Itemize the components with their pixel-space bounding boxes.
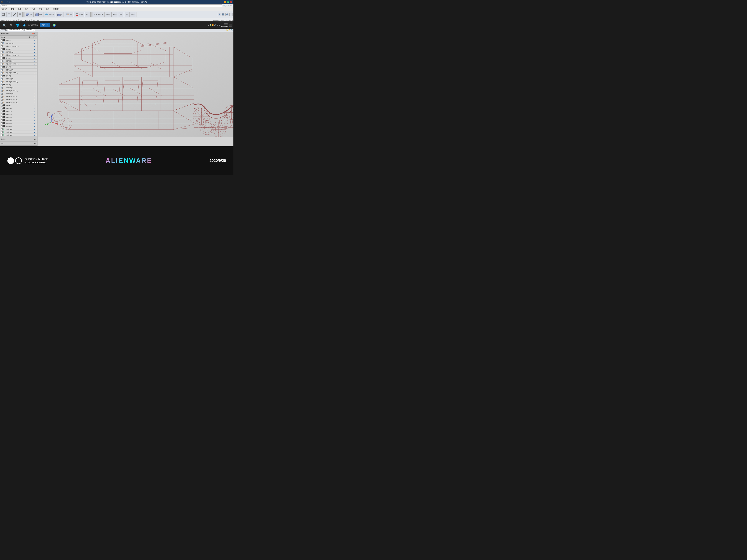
svg-line-24	[230, 14, 232, 15]
list-item[interactable]: ✏草图 (97) *SKETCH_...✓	[0, 98, 37, 101]
list-item[interactable]: ✏草图 (82) *SKETCH_...✓	[0, 54, 37, 57]
list-item[interactable]: ⬡基准平面 (81)✓	[0, 51, 37, 54]
mi-logo	[7, 157, 22, 164]
clock-date: 2020/9/20	[221, 25, 228, 27]
menu-view[interactable]: 视图	[31, 7, 36, 11]
filter-icon-1[interactable]: 📐	[226, 29, 228, 31]
col-header-vis: 显	[27, 36, 31, 38]
tb-icon-1[interactable]	[218, 13, 221, 16]
panel-title: 部件导航器	[1, 33, 8, 35]
list-item[interactable]: ✏草图 (79) *SKETCH_...✓	[0, 45, 37, 48]
list-item[interactable]: ✏草图 (85) *SKETCH_...✓	[0, 62, 37, 65]
svg-line-1	[2, 14, 4, 16]
tb-btn-hole[interactable]: 孔	[56, 12, 64, 17]
taskbar-apps-icon[interactable]: 💠	[22, 23, 27, 28]
tb-btn-merge[interactable]: + 合并	[64, 12, 73, 17]
panel-close-icon[interactable]: ✕	[34, 33, 35, 35]
taskbar-view-icon[interactable]: ⊞	[8, 23, 14, 28]
list-item[interactable]: ◈倒斜角 (108)✓	[0, 131, 37, 134]
show-desktop-btn[interactable]	[229, 24, 232, 27]
tb-icon-2[interactable]	[222, 13, 225, 16]
list-item[interactable]: ⬛拉伸 (103)✓	[0, 116, 37, 119]
list-item[interactable]: ⬛拉伸 (104)✓	[0, 119, 37, 122]
list-item[interactable]: ⬛拉伸 (92)✓	[0, 83, 37, 86]
taskbar-browser-icon[interactable]: 🌐	[15, 23, 20, 28]
list-item[interactable]: ⬛拉伸 (100)✓	[0, 107, 37, 110]
list-item[interactable]: ⬡基准平面 (78)✓	[0, 42, 37, 45]
tb-btn-fish[interactable]: 偏置区域	[92, 12, 104, 17]
tb-icon-4[interactable]	[229, 13, 233, 16]
taskbar-globe-icon[interactable]: 🌍	[52, 23, 57, 28]
tb-btn-circle[interactable]	[18, 12, 23, 17]
tb-btn-more2[interactable]: 更多	[118, 12, 123, 17]
list-item[interactable]: ⬛拉伸 (102)✓	[0, 113, 37, 116]
toolbar-group-offset: 偏置区域 替换面 移动面 更多	[92, 12, 124, 17]
tb-btn-delete-face[interactable]: 删除面	[129, 12, 136, 17]
list-item[interactable]: ◈倒斜角 (109)✓	[0, 134, 37, 137]
tb-btn-move-face[interactable]: 移动面	[111, 12, 118, 17]
list-item[interactable]: ⬛拉伸 (80)✓	[0, 48, 37, 51]
list-item[interactable]: ✏草图 (94) *SKETCH_...✓	[0, 89, 37, 92]
toolbar-group-feature: 拉伸 倒角 基准平面 孔 + 合并 边倒圆 更多	[24, 12, 92, 17]
panel-section-dependency[interactable]: 相依性 ▶	[0, 137, 37, 141]
list-item[interactable]: ⬛拉伸 (86)✓	[0, 65, 37, 69]
list-item[interactable]: ⬡基准平面 (93)✓	[0, 86, 37, 89]
list-item[interactable]: ⬡基准平面 (90)✓	[0, 77, 37, 80]
list-item[interactable]: ⬛拉伸 (77)✓	[0, 39, 37, 42]
panel-section-detail[interactable]: 细节 ▶	[0, 141, 37, 145]
taskbar-active-app[interactable]: 全差一下	[40, 23, 50, 27]
list-item[interactable]: ✏草图 (91) *SKETCH_...✓	[0, 80, 37, 83]
menu-render[interactable]: 渲染	[38, 7, 43, 11]
tb-btn-fillet[interactable]: 边倒圆	[74, 12, 84, 17]
menu-curve[interactable]: 曲线	[17, 7, 22, 11]
clock: 13:35 2020/9/20	[221, 23, 228, 27]
list-item[interactable]: ✏草图 (96) *SKETCH_...✓	[0, 95, 37, 98]
tb-btn-line[interactable]	[12, 12, 17, 17]
svg-point-15	[58, 14, 60, 15]
list-item[interactable]: ✏草图 (88) *SKETCH_...✓	[0, 72, 37, 75]
tb-btn-rect[interactable]	[6, 12, 11, 17]
panel-pin-icon[interactable]: 📌	[32, 33, 34, 35]
toolbar-right-icons	[218, 13, 233, 16]
taskbar-search-icon[interactable]: 🔍	[1, 23, 7, 28]
filter-label: 过滤器(o)	[1, 29, 7, 31]
menu-tools[interactable]: 工具	[45, 7, 50, 11]
list-item[interactable]: ⬛拉伸 (105)✓	[0, 122, 37, 125]
list-item[interactable]: ⬡基准平面 (87)✓	[0, 69, 37, 72]
tb-btn-datum[interactable]: 基准平面	[44, 12, 55, 17]
tb-btn-face[interactable]: 面	[125, 12, 129, 17]
list-item[interactable]: ⬛拉伸 (89)✓	[0, 75, 37, 77]
camera-info: SHOT ON MI 8 SE AI DUAL CAMERA	[7, 157, 48, 164]
minimize-button[interactable]: ─	[224, 1, 226, 3]
close-button[interactable]: ✕	[230, 1, 232, 3]
maximize-button[interactable]: □	[227, 1, 229, 3]
list-item[interactable]: ⬛拉伸 (101)✓	[0, 110, 37, 113]
filter-icon-3[interactable]: 🔧	[231, 29, 233, 31]
list-item[interactable]: ⬛拉伸 (99)✓	[0, 104, 37, 107]
taskbar-right: ▲ 🔋 📶 🔊 ENG 13:35 2020/9/20	[207, 23, 232, 27]
tb-icon-3[interactable]	[226, 13, 229, 16]
search-input-container[interactable]: 搜索命令	[1, 4, 222, 7]
svg-rect-22	[222, 14, 224, 16]
taskbar-app-label-1: 丢化粒丝教版	[28, 24, 38, 26]
tb-btn-sketch[interactable]	[1, 12, 6, 17]
list-item[interactable]: ◈倒斜角 (107)✓	[0, 128, 37, 131]
tb-btn-chamfer[interactable]: 倒角	[34, 12, 43, 17]
menu-analysis[interactable]: 分析	[24, 7, 29, 11]
menu-home[interactable]: 主页	[10, 7, 15, 11]
menu-modules[interactable]: 应用模块	[52, 7, 60, 11]
bottom-branding-bar: SHOT ON MI 8 SE AI DUAL CAMERA ALIENWARE…	[0, 146, 233, 175]
menu-file[interactable]: 文件(F)	[1, 7, 8, 11]
list-item[interactable]: ✏草图 (98) *SKETCH_...✓	[0, 101, 37, 104]
toolbar-group-face: 面 删除面	[125, 12, 137, 17]
cad-viewport[interactable]: Z X Y	[38, 32, 233, 146]
list-item[interactable]: ⬡基准平面 (95)✓	[0, 92, 37, 95]
list-item[interactable]: ⬛拉伸 (83)✓	[0, 57, 37, 60]
list-item[interactable]: ⬡基准平面 (84)✓	[0, 60, 37, 62]
tb-btn-extrude[interactable]: 拉伸	[24, 12, 33, 17]
tb-btn-replace-face[interactable]: 替换面	[104, 12, 111, 17]
filter-icon-2[interactable]: 📏	[229, 29, 230, 31]
list-item[interactable]: ⬛拉伸 (106)✓	[0, 125, 37, 128]
tb-btn-more[interactable]: 更多▾	[85, 12, 91, 17]
section-arrow-1: ▶	[34, 138, 35, 140]
